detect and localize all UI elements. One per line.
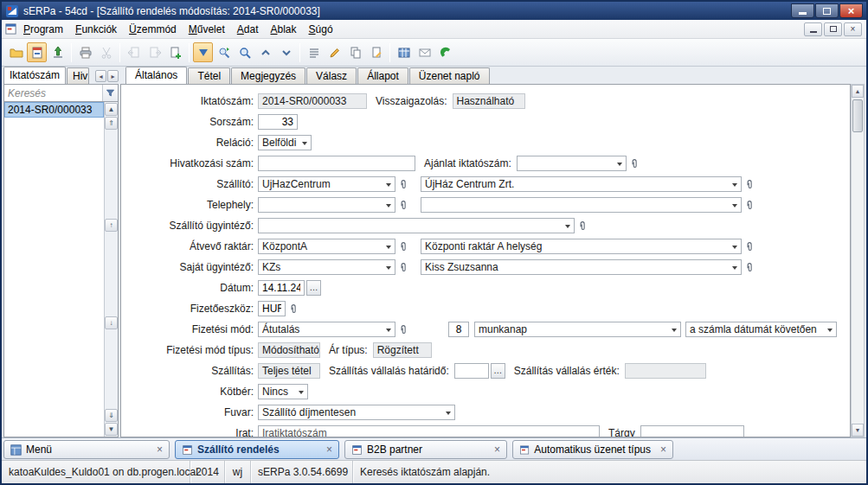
mdi-close-button[interactable]: × [844, 22, 862, 36]
bottom-tab-b2b-partner[interactable]: B2B partner × [344, 440, 507, 459]
filter-button[interactable] [193, 42, 213, 62]
scroll-down-button[interactable]: ▼ [105, 423, 118, 436]
menu-adat[interactable]: Adat [231, 21, 265, 38]
prev-page-button[interactable]: ↑ [105, 219, 118, 232]
prev-record-button[interactable] [255, 42, 275, 62]
mdi-restore-button[interactable] [824, 22, 842, 36]
list-item[interactable]: 2014-SR0/000033 [4, 102, 104, 118]
filter-funnel-button[interactable] [102, 85, 118, 101]
tab-hivatkozas[interactable]: Hiv [67, 67, 89, 84]
mdi-minimize-button[interactable] [804, 22, 822, 36]
table-button[interactable] [394, 42, 414, 62]
attachment-button[interactable] [743, 259, 756, 275]
tab-scroll-left-button[interactable]: ◂ [95, 70, 106, 82]
next-page-button[interactable]: ↓ [105, 316, 118, 329]
close-tab-icon[interactable]: × [655, 444, 666, 455]
bottom-tab-automatikus-uzenet-tipus[interactable]: Automatikus üzenet típus × [512, 440, 673, 459]
attachment-button[interactable] [743, 176, 756, 192]
telephely-name-combo[interactable] [421, 197, 742, 213]
telephely-code-combo[interactable] [258, 197, 395, 213]
tab-valasz[interactable]: Válasz [306, 67, 357, 84]
szallito-ugyintezo-combo[interactable] [258, 218, 575, 233]
list-button[interactable] [304, 42, 324, 62]
attachment-button[interactable] [287, 301, 300, 316]
attachment-button[interactable] [397, 197, 410, 213]
menu-uzemmod[interactable]: Üzemmód [123, 21, 183, 38]
vertical-scrollbar[interactable]: ▲ ▼ [851, 84, 865, 437]
annotate-button[interactable] [366, 42, 386, 62]
hatarido-picker-button[interactable]: … [491, 363, 505, 379]
search-button[interactable] [235, 42, 254, 62]
copy-button[interactable] [345, 42, 365, 62]
hatarido-egyseg-combo[interactable]: munkanap [474, 322, 681, 337]
atvevo-raktar-name-combo[interactable]: Központi raktár A helység [421, 239, 742, 254]
restore-button[interactable] [815, 3, 839, 18]
attachment-button[interactable] [397, 176, 410, 192]
attachment-button[interactable] [397, 259, 410, 275]
fizetesi-mod-combo[interactable]: Átutalás [258, 322, 395, 337]
next-record-button[interactable] [276, 42, 296, 62]
attachment-button[interactable] [576, 218, 589, 233]
attachment-button[interactable] [397, 322, 410, 337]
minimize-button[interactable] [791, 3, 814, 18]
search-input[interactable] [4, 85, 102, 101]
targy-input[interactable] [640, 425, 744, 437]
close-button[interactable]: × [839, 3, 863, 18]
sajat-ugyintezo-name-combo[interactable]: Kiss Zsuzsanna [421, 259, 742, 275]
mail-button[interactable] [415, 42, 434, 62]
save-button[interactable] [27, 42, 47, 62]
find-refresh-button[interactable] [214, 42, 234, 62]
hivatkozasi-szam-input[interactable] [258, 156, 415, 171]
open-folder-button[interactable] [6, 42, 26, 62]
fizetesi-hatarido-input[interactable] [448, 322, 469, 337]
menu-funkciok[interactable]: Funkciók [69, 21, 123, 38]
tab-tetel[interactable]: Tétel [188, 67, 230, 84]
scroll-up-button[interactable]: ▲ [852, 85, 864, 98]
tab-megjegyzes[interactable]: Megjegyzés [231, 67, 305, 84]
menu-muvelet[interactable]: Művelet [183, 21, 231, 38]
atvevo-raktar-code-combo[interactable]: KözpontA [258, 239, 395, 254]
menu-sugo[interactable]: Súgó [303, 21, 339, 38]
fizetoeszkoz-input[interactable] [258, 301, 286, 316]
attachment-button[interactable] [628, 156, 641, 171]
close-tab-icon[interactable]: × [321, 444, 332, 455]
tab-uzenet-naplo[interactable]: Üzenet napló [409, 67, 490, 84]
attachment-button[interactable] [397, 239, 410, 254]
scroll-up-button[interactable]: ▲ [105, 103, 118, 116]
page-prev-button[interactable] [124, 42, 144, 62]
page-next-button[interactable] [145, 42, 164, 62]
menu-program[interactable]: Program [17, 21, 69, 38]
kotber-combo[interactable]: Nincs [258, 384, 308, 399]
check-in-button[interactable] [48, 42, 68, 62]
print-button[interactable] [75, 42, 95, 62]
menu-ablak[interactable]: Ablak [264, 21, 302, 38]
close-tab-icon[interactable]: × [489, 444, 500, 455]
first-record-button[interactable]: ⇑ [105, 117, 118, 130]
ajanlat-iktatoszam-combo[interactable] [517, 156, 627, 171]
szallito-code-combo[interactable]: UjHazCentrum [258, 176, 395, 192]
attachment-button[interactable] [743, 197, 756, 213]
fuvar-combo[interactable]: Szállító díjmentesen [258, 405, 455, 420]
szallitas-vallalas-hatarido-input[interactable] [454, 363, 489, 379]
irat-iktatoszam-input[interactable] [258, 425, 600, 437]
szallito-name-combo[interactable]: ÚjHáz Centrum Zrt. [421, 176, 742, 192]
attachment-button[interactable] [743, 239, 756, 254]
last-record-button[interactable]: ⇓ [105, 409, 118, 422]
sorszam-input[interactable] [258, 114, 298, 130]
cut-button[interactable] [96, 42, 116, 62]
tab-scroll-right-button[interactable]: ▸ [107, 70, 119, 82]
close-tab-icon[interactable]: × [151, 444, 163, 455]
scroll-down-button[interactable]: ▼ [852, 424, 864, 437]
scrollbar-thumb[interactable] [852, 99, 863, 132]
date-picker-button[interactable]: … [306, 280, 321, 296]
bottom-tab-szallito-rendeles[interactable]: Szállító rendelés × [175, 440, 339, 459]
datum-input[interactable] [258, 280, 305, 296]
bottom-tab-menu[interactable]: Menü × [3, 440, 170, 459]
relacio-combo[interactable]: Belföldi [258, 135, 312, 150]
call-button[interactable] [435, 42, 455, 62]
sajat-ugyintezo-code-combo[interactable]: KZs [258, 259, 395, 275]
tab-altalanos[interactable]: Általános [125, 67, 187, 84]
edit-button[interactable] [325, 42, 344, 62]
page-add-button[interactable] [165, 42, 185, 62]
tab-allapot[interactable]: Állapot [357, 67, 408, 84]
